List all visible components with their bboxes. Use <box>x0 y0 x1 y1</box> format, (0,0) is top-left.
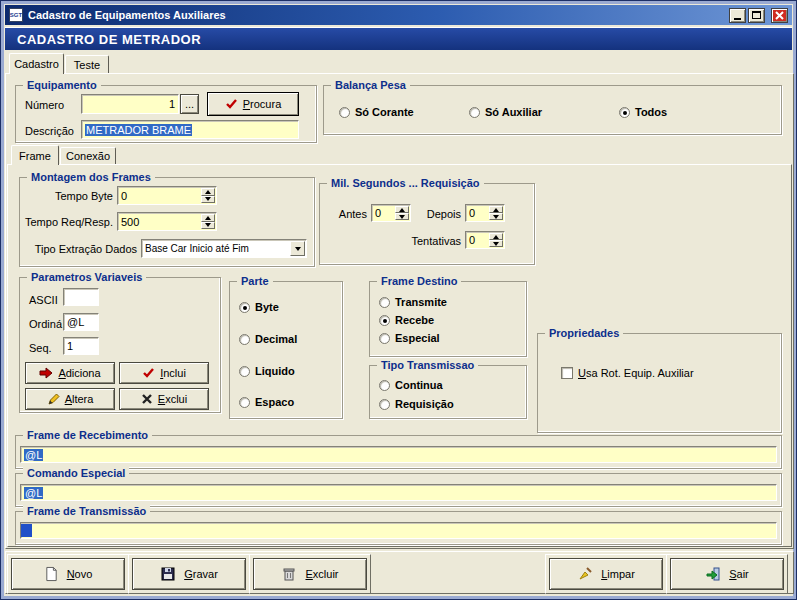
numero-input[interactable]: 1 <box>81 94 179 114</box>
app-logo-icon: SGT <box>9 8 23 22</box>
arrow-up-icon <box>493 235 499 239</box>
radio-label: Todos <box>635 106 667 118</box>
spin-up-button[interactable] <box>395 206 409 213</box>
spinner <box>201 214 215 229</box>
tab-cadastro[interactable]: Cadastro <box>9 53 64 74</box>
radio-icon <box>469 107 480 118</box>
title-bar[interactable]: SGT Cadastro de Equipamentos Auxiliares <box>5 5 792 25</box>
tempo-byte-value: 0 <box>121 190 127 202</box>
radio-espaco[interactable]: Espaco <box>239 395 294 409</box>
radio-todos[interactable]: Todos <box>619 105 667 119</box>
maximize-button[interactable] <box>748 8 765 23</box>
novo-label: Novo <box>67 568 93 580</box>
propriedades-group: Propriedades <box>537 333 782 433</box>
usa-rot-checkbox[interactable]: Usa Rot. Equip. Auxiliar <box>561 366 694 380</box>
limpar-button[interactable]: Limpar <box>549 558 663 590</box>
spin-up-button[interactable] <box>489 233 503 240</box>
radio-so-corante[interactable]: Só Corante <box>339 105 414 119</box>
numero-label: Número <box>25 99 64 111</box>
arrow-down-icon <box>205 223 211 227</box>
radio-requisicao[interactable]: Requisição <box>379 397 454 411</box>
radio-byte[interactable]: Byte <box>239 300 279 314</box>
exclui-label: Exclui <box>158 393 187 405</box>
spin-up-button[interactable] <box>201 214 215 222</box>
sair-label: Sair <box>729 568 749 580</box>
radio-icon <box>619 107 630 118</box>
ascii-input[interactable] <box>63 288 99 306</box>
spinner <box>395 206 409 220</box>
spin-down-button[interactable] <box>395 213 409 220</box>
arrow-right-icon <box>39 367 53 379</box>
group-legend: Propriedades <box>545 327 623 339</box>
page-title: CADASTRO DE METRADOR <box>17 32 201 47</box>
arrow-down-icon <box>399 215 405 219</box>
arrow-down-icon <box>295 247 301 251</box>
frame-recebimento-value: @L <box>24 449 43 461</box>
minimize-button[interactable] <box>729 8 746 23</box>
radio-icon <box>239 366 250 377</box>
close-button[interactable] <box>771 8 788 23</box>
novo-button[interactable]: Novo <box>11 558 125 590</box>
radio-liquido[interactable]: Liquido <box>239 364 295 378</box>
tab-conexao[interactable]: Conexão <box>60 147 116 164</box>
combo-dropdown-button[interactable] <box>290 241 305 256</box>
inclui-label: Inclui <box>160 367 186 379</box>
inclui-button[interactable]: Inclui <box>119 362 209 384</box>
radio-label: Continua <box>395 379 443 391</box>
tempo-byte-input[interactable]: 0 <box>117 186 217 205</box>
radio-continua[interactable]: Continua <box>379 378 443 392</box>
arrow-down-icon <box>205 197 211 201</box>
procura-button[interactable]: Procura <box>207 92 299 116</box>
spin-down-button[interactable] <box>201 222 215 230</box>
antes-input[interactable]: 0 <box>371 204 411 222</box>
radio-so-auxiliar[interactable]: Só Auxiliar <box>469 105 542 119</box>
radio-transmite[interactable]: Transmite <box>379 295 447 309</box>
seq-input[interactable]: 1 <box>63 337 99 355</box>
text-cursor <box>21 524 32 537</box>
trash-icon <box>281 566 297 582</box>
radio-especial[interactable]: Especial <box>379 331 440 345</box>
browse-button[interactable]: ... <box>180 94 199 114</box>
gravar-label: Gravar <box>184 568 218 580</box>
group-legend: Frame de Transmissão <box>23 505 150 517</box>
spin-down-button[interactable] <box>489 213 503 220</box>
altera-button[interactable]: Altera <box>25 388 115 410</box>
spin-down-button[interactable] <box>201 196 215 204</box>
comando-especial-input[interactable]: @L <box>20 484 777 501</box>
sair-button[interactable]: Sair <box>670 558 784 590</box>
ordina-input[interactable]: @L <box>63 313 99 331</box>
arrow-up-icon <box>493 208 499 212</box>
depois-input[interactable]: 0 <box>465 204 505 222</box>
tipo-extracao-combo[interactable]: Base Car Inicio até Fim <box>141 239 307 258</box>
tentativas-label: Tentativas <box>397 235 461 247</box>
tentativas-input[interactable]: 0 <box>465 231 505 249</box>
descricao-input[interactable]: METRADOR BRAME <box>81 120 299 139</box>
novo-button-cell: Novo <box>7 554 129 594</box>
tempo-req-input[interactable]: 500 <box>117 212 217 231</box>
pencil-icon <box>47 393 60 406</box>
radio-recebe[interactable]: Recebe <box>379 313 434 327</box>
radio-icon <box>379 315 390 326</box>
radio-label: Byte <box>255 301 279 313</box>
exclui-button[interactable]: Exclui <box>119 388 209 410</box>
check-icon <box>225 98 238 110</box>
tab-frame[interactable]: Frame <box>11 145 59 165</box>
spin-up-button[interactable] <box>489 206 503 213</box>
frame-recebimento-input[interactable]: @L <box>20 446 777 463</box>
gravar-button[interactable]: Gravar <box>132 558 246 590</box>
spin-up-button[interactable] <box>201 188 215 196</box>
tab-teste[interactable]: Teste <box>65 55 109 73</box>
frame-transmissao-input[interactable] <box>20 522 777 539</box>
radio-label: Recebe <box>395 314 434 326</box>
radio-decimal[interactable]: Decimal <box>239 332 297 346</box>
adiciona-button[interactable]: Adiciona <box>25 362 115 384</box>
sair-button-cell: Sair <box>666 554 788 594</box>
group-legend: Tipo Transmissao <box>377 359 478 371</box>
tab-label: Cadastro <box>14 58 59 70</box>
depois-value: 0 <box>469 207 475 219</box>
excluir-button-cell: Excluir <box>249 554 371 594</box>
excluir-button[interactable]: Excluir <box>253 558 367 590</box>
radio-label: Só Corante <box>355 106 414 118</box>
spin-down-button[interactable] <box>489 240 503 247</box>
seq-value: 1 <box>67 340 73 352</box>
